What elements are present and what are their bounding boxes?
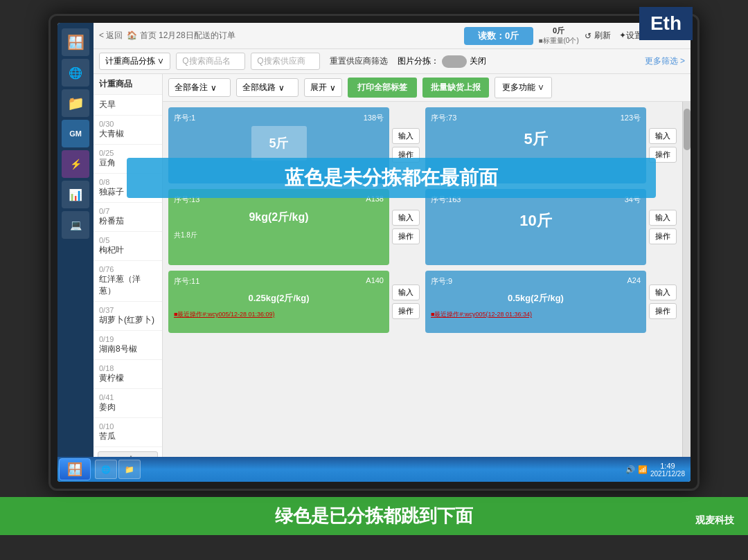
- scrollbar[interactable]: [682, 102, 691, 457]
- batch-report-button[interactable]: 批量缺货上报: [422, 78, 489, 98]
- second-bar: 计重商品分拣 ∨ Q搜索商品名 Q搜索供应商 重置供应商筛选 图片分拣： 关闭: [93, 49, 691, 74]
- expand-button[interactable]: 展开 ∨: [304, 78, 342, 97]
- card-6-operate-button[interactable]: 操作: [649, 303, 677, 319]
- ie-icon[interactable]: 🌐: [62, 59, 89, 87]
- toggle-switch[interactable]: [442, 55, 467, 68]
- card-1-input-label: 输入: [398, 132, 413, 140]
- taskbar-item-folder[interactable]: 📁: [118, 460, 141, 479]
- winxp-icon[interactable]: 🪟: [62, 28, 89, 56]
- category-dropdown[interactable]: 计重商品分拣 ∨: [99, 53, 170, 70]
- product-name-4: 粉番茄: [99, 215, 157, 227]
- product-name-1: 大青椒: [99, 128, 157, 140]
- card-2-operate-button[interactable]: 操作: [649, 147, 677, 163]
- taskbar-tray: 🔊 📶 1:49 2021/12/28: [620, 462, 691, 478]
- card-1-input-button[interactable]: 输入: [392, 128, 420, 144]
- product-name-2: 豆角: [99, 157, 157, 169]
- product-item-tianzai[interactable]: 天旱: [93, 95, 162, 116]
- card-4-input-button[interactable]: 输入: [649, 210, 677, 226]
- card-4-operate-label: 操作: [655, 232, 670, 240]
- reset-filter-button[interactable]: 重置供应商筛选: [326, 53, 392, 69]
- product-item-yangcong[interactable]: 0/76 红洋葱（洋葱）: [93, 261, 162, 302]
- back-label: < 返回: [99, 30, 123, 42]
- card-2: 序号:73 123号 5斤: [425, 107, 646, 183]
- card-6-value: 0.5kg(2斤/kg): [431, 292, 641, 305]
- product-item-kugua[interactable]: 0/10 苦瓜: [93, 418, 162, 447]
- card-2-actions: 输入 操作: [649, 107, 677, 183]
- search-supplier-input[interactable]: Q搜索供应商: [251, 53, 320, 70]
- product-item-huluobo[interactable]: 0/37 胡萝卜(红萝卜): [93, 302, 162, 331]
- print-all-button[interactable]: 打印全部标签: [348, 78, 417, 98]
- card-1-header: 序号:1 138号: [174, 113, 384, 123]
- app-icon-4[interactable]: 💻: [62, 211, 89, 239]
- card-3-input-button[interactable]: 输入: [392, 210, 420, 226]
- more-filter-button[interactable]: 更多筛选 >: [645, 55, 685, 67]
- card-1-operate-button[interactable]: 操作: [392, 147, 420, 163]
- back-button[interactable]: < 返回: [99, 30, 123, 42]
- reset-filter-label: 重置供应商筛选: [330, 56, 388, 66]
- card-4-operate-button[interactable]: 操作: [649, 228, 677, 244]
- product-item-ningmeng[interactable]: 0/18 黄柠檬: [93, 360, 162, 389]
- more-func-label: 更多功能 ∨: [502, 82, 544, 93]
- more-filter-label: 更多筛选 >: [645, 56, 685, 66]
- product-item-doujiao[interactable]: 0/25 豆角: [93, 145, 162, 174]
- all-routes-dropdown[interactable]: 全部线路 ∨: [236, 78, 299, 97]
- product-name-11: 苦瓜: [99, 431, 157, 442]
- app-icon-1[interactable]: GM: [62, 120, 89, 147]
- photo-frame: 🪟 🌐 📁 GM ⚡ 📊 💻 < 返回 🏠 首页 12月28日配送的订单: [0, 0, 748, 560]
- clock-date: 2021/12/28: [650, 470, 685, 478]
- card-wrapper-3: 序号:13 A138 9kg(2斤/kg) 共1.8斤: [168, 189, 420, 265]
- top-bar-left: < 返回 🏠 首页 12月28日配送的订单: [99, 30, 458, 42]
- eth-badge: Eth: [639, 7, 693, 40]
- card-5-actions: 输入 操作: [392, 271, 420, 333]
- card-5-footer: ■最近操作#:wcy005/12-28 01:36:09): [174, 310, 384, 319]
- batch-label: 批量缺货上报: [431, 82, 481, 92]
- monitor-bezel: 🪟 🌐 📁 GM ⚡ 📊 💻 < 返回 🏠 首页 12月28日配送的订单: [48, 14, 700, 491]
- zero-badge: 0斤 ■标重量(0个): [539, 26, 579, 46]
- card-6-header: 序号:9 A24: [431, 276, 641, 287]
- search-goods-placeholder: Q搜索商品名: [182, 55, 230, 67]
- card-5: 序号:11 A140 0.25kg(2斤/kg) ■最近操作#:wcy005/1…: [168, 271, 389, 333]
- card-6-input-label: 输入: [655, 288, 670, 296]
- card-5-input-button[interactable]: 输入: [392, 284, 420, 300]
- card-3-value: 9kg(2斤/kg): [174, 210, 384, 225]
- card-3-num: A138: [366, 195, 384, 205]
- card-4-num: 34号: [625, 195, 641, 205]
- folder-icon[interactable]: 📁: [62, 89, 89, 117]
- card-4-header: 序号:163 34号: [431, 195, 641, 205]
- start-button[interactable]: 🪟: [59, 458, 91, 480]
- scrollbar-thumb[interactable]: [684, 109, 691, 150]
- app-icon-3[interactable]: 📊: [62, 181, 89, 208]
- product-item-fanqie[interactable]: 0/7 粉番茄: [93, 203, 162, 232]
- taskbar-items: 🌐 📁: [92, 460, 620, 479]
- refresh-button[interactable]: ↺ 刷新: [585, 30, 611, 42]
- card-6-seq: 序号:9: [431, 276, 452, 287]
- expand-icon: ∨: [330, 83, 336, 93]
- top-bar: < 返回 🏠 首页 12月28日配送的订单 读数：0斤 0斤 ■标重量(0个) …: [93, 23, 691, 49]
- product-item-jiangrou[interactable]: 0/41 姜肉: [93, 389, 162, 418]
- card-2-input-button[interactable]: 输入: [649, 128, 677, 144]
- card-3-operate-button[interactable]: 操作: [392, 228, 420, 244]
- card-3-seq: 序号:13: [174, 195, 199, 205]
- product-count-10: 0/41: [99, 393, 157, 401]
- card-3-operate-label: 操作: [398, 232, 413, 240]
- card-5-operate-button[interactable]: 操作: [392, 303, 420, 319]
- card-6-footer: ■最近操作#:wcy005(12-28 01:36:34): [431, 310, 641, 319]
- card-6-input-button[interactable]: 输入: [649, 284, 677, 300]
- product-item-daqingjiao[interactable]: 0/30 大青椒: [93, 116, 162, 145]
- product-item-gouqiye[interactable]: 0/5 枸杞叶: [93, 232, 162, 261]
- clock-time: 1:49: [650, 462, 685, 470]
- watermark-text: 观麦科技: [695, 514, 734, 525]
- product-item-suanzi[interactable]: 0/8 独蒜子: [93, 174, 162, 203]
- taskbar-item-ie[interactable]: 🌐: [95, 460, 117, 479]
- sidebar-collapse-button[interactable]: 《: [98, 451, 158, 457]
- refresh-label: 刷新: [594, 30, 611, 42]
- app-icon-2[interactable]: ⚡: [62, 150, 89, 178]
- card-2-header: 序号:73 123号: [431, 113, 641, 123]
- card-5-operate-label: 操作: [398, 307, 413, 315]
- search-goods-input[interactable]: Q搜索商品名: [176, 53, 245, 70]
- all-orders-dropdown[interactable]: 全部备注 ∨: [168, 78, 231, 97]
- product-item-hunanjiao[interactable]: 0/19 湖南8号椒: [93, 331, 162, 360]
- card-6-operate-label: 操作: [655, 307, 670, 315]
- product-count-4: 0/7: [99, 207, 157, 215]
- more-func-button[interactable]: 更多功能 ∨: [495, 77, 552, 98]
